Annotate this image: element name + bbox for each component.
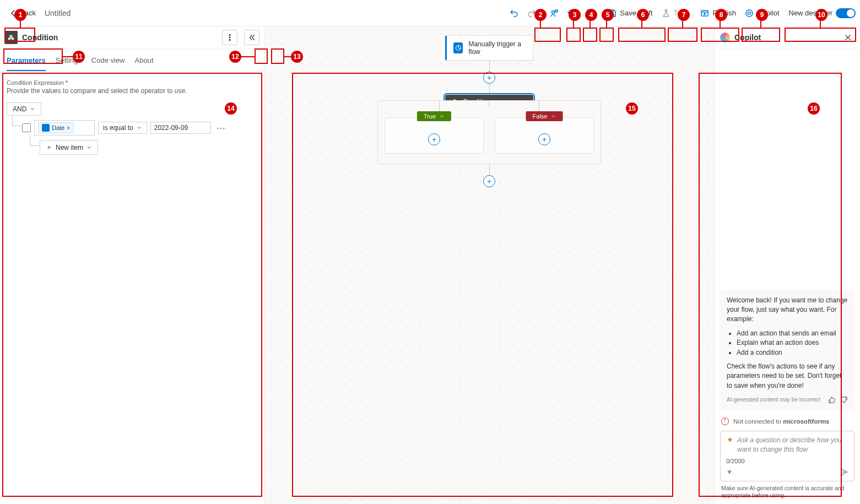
chevron-double-left-icon xyxy=(248,34,256,41)
more-vertical-icon xyxy=(226,34,234,41)
operand-left-input[interactable]: Date × xyxy=(34,120,95,136)
new-item-label: New item xyxy=(56,144,83,151)
publish-button[interactable]: Publish xyxy=(696,6,740,21)
trigger-label: Manually trigger a flow xyxy=(468,40,526,56)
svg-point-6 xyxy=(229,39,230,40)
new-designer-label: New designer xyxy=(789,9,833,17)
tab-parameters[interactable]: Parameters xyxy=(7,53,46,71)
token-date[interactable]: Date × xyxy=(38,122,74,133)
sparkle-small-icon[interactable] xyxy=(726,469,733,476)
copilot-input-placeholder: Ask a question or describe how you want … xyxy=(737,436,848,454)
row-checkbox[interactable] xyxy=(22,123,31,132)
back-button[interactable]: Back xyxy=(4,7,40,20)
condition-branches: True + False + xyxy=(377,100,601,164)
add-true-step-button[interactable]: + xyxy=(428,133,440,145)
trigger-card[interactable]: Manually trigger a flow xyxy=(445,35,533,61)
copilot-message: Welcome back! If you want me to change y… xyxy=(720,289,854,411)
undo-icon xyxy=(510,9,518,18)
add-step-button-1[interactable]: + xyxy=(483,72,495,84)
chevron-up-icon xyxy=(439,113,445,119)
thumbs-down-icon[interactable] xyxy=(840,396,848,404)
copilot-icon xyxy=(745,9,754,18)
undo-button[interactable] xyxy=(505,6,523,21)
history-icon xyxy=(567,9,576,18)
arrow-left-icon xyxy=(9,9,18,18)
redo-button[interactable] xyxy=(523,6,540,21)
new-designer-toggle[interactable]: New designer xyxy=(789,8,856,18)
chevron-down-icon xyxy=(86,145,92,150)
stethoscope-icon xyxy=(585,9,594,18)
save-icon xyxy=(608,9,616,18)
back-label: Back xyxy=(20,9,36,17)
thumbs-up-icon[interactable] xyxy=(828,396,836,404)
send-button[interactable] xyxy=(840,468,848,478)
condition-expression-help: Provide the values to compare and select… xyxy=(7,87,257,95)
operator-value: is equal to xyxy=(103,124,133,132)
condition-icon xyxy=(4,31,18,44)
test-label: Test xyxy=(674,9,687,17)
copilot-panel-title: Copilot xyxy=(734,33,761,42)
chevron-down-icon xyxy=(30,106,35,112)
token-icon xyxy=(42,124,50,132)
false-branch[interactable]: False + xyxy=(495,117,594,154)
true-badge: True xyxy=(417,111,451,121)
plus-icon: ＋ xyxy=(46,143,52,152)
publish-label: Publish xyxy=(712,9,736,17)
flask-icon xyxy=(662,9,670,18)
toggle-switch[interactable] xyxy=(836,8,856,18)
add-step-button-2[interactable]: + xyxy=(483,175,495,187)
char-counter: 0/2000 xyxy=(726,458,745,464)
flow-canvas[interactable]: Manually trigger a flow + Condition True… xyxy=(264,26,714,504)
operator-picker[interactable]: is equal to xyxy=(98,122,147,134)
add-false-step-button[interactable]: + xyxy=(538,133,550,145)
chevron-down-icon xyxy=(137,125,142,131)
logic-operator-value: AND xyxy=(13,105,26,113)
svg-point-5 xyxy=(229,37,230,38)
redo-icon xyxy=(527,9,536,18)
tab-settings[interactable]: Settings xyxy=(56,53,82,71)
ai-disclaimer: AI-generated content may be incorrect xyxy=(727,396,820,404)
svg-point-1 xyxy=(592,10,593,12)
save-draft-button[interactable]: Save draft xyxy=(603,6,657,21)
false-badge: False xyxy=(526,111,563,121)
add-condition-row-button[interactable]: ＋ New item xyxy=(40,140,98,155)
logic-operator-picker[interactable]: AND xyxy=(7,102,41,116)
flow-checker-button[interactable] xyxy=(581,6,598,21)
panel-collapse-button[interactable] xyxy=(244,30,259,45)
copilot-close-button[interactable] xyxy=(841,31,854,44)
copilot-footer: Make sure AI-generated content is accura… xyxy=(720,485,854,504)
send-icon xyxy=(840,468,848,476)
connection-warning: ! Not connected to microsoftforms xyxy=(720,415,854,431)
trigger-icon xyxy=(453,42,463,53)
token-remove[interactable]: × xyxy=(67,125,70,131)
flow-title[interactable]: Untitled xyxy=(45,9,71,18)
copilot-input[interactable]: Ask a question or describe how you want … xyxy=(720,431,854,481)
panel-title: Condition xyxy=(22,33,58,42)
svg-point-4 xyxy=(229,34,230,35)
close-icon xyxy=(844,34,852,41)
sparkle-icon xyxy=(726,437,734,445)
copilot-button[interactable]: Copilot xyxy=(740,6,783,21)
person-feedback-icon xyxy=(550,9,559,18)
copilot-label: Copilot xyxy=(757,9,779,17)
tab-about[interactable]: About xyxy=(135,53,154,71)
publish-icon xyxy=(700,9,709,18)
svg-point-3 xyxy=(746,10,753,17)
panel-menu-button[interactable] xyxy=(222,30,237,45)
svg-point-0 xyxy=(552,10,555,13)
condition-expression-label: Condition Expression * xyxy=(7,79,257,86)
chevron-up-icon xyxy=(550,113,556,119)
row-menu-button[interactable]: ⋯ xyxy=(214,123,228,133)
feedback-button[interactable] xyxy=(545,6,563,21)
panel-tabs: Parameters Settings Code view About xyxy=(0,48,264,72)
version-history-button[interactable] xyxy=(563,6,581,21)
warning-icon: ! xyxy=(721,418,729,425)
test-button: Test xyxy=(657,6,691,21)
operand-right-input[interactable]: 2022-09-09 xyxy=(150,122,211,134)
save-draft-label: Save draft xyxy=(620,9,652,17)
tab-code-view[interactable]: Code view xyxy=(91,53,125,71)
true-branch[interactable]: True + xyxy=(385,117,484,154)
copilot-logo-icon xyxy=(720,32,730,42)
